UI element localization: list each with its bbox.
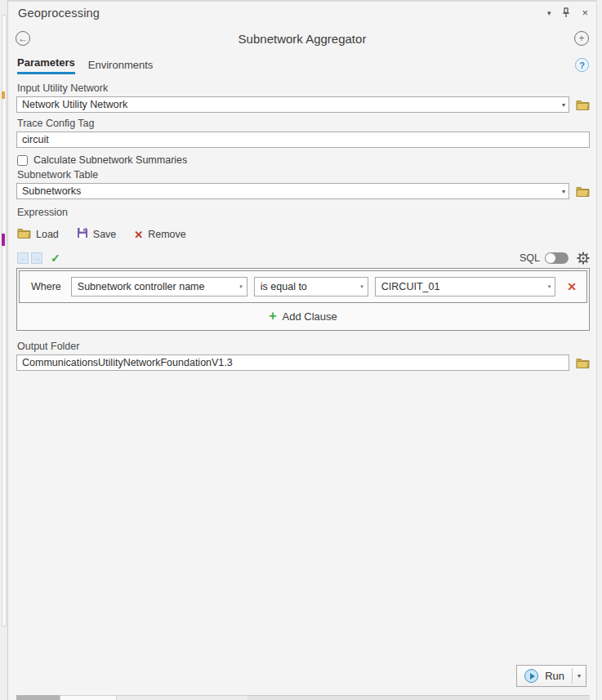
toggle-knob [546,253,555,263]
tool-header: ← Subnetwork Aggregator + [8,24,596,53]
parameters-form: Input Utility Network Network Utility Ne… [8,74,596,700]
clause-operator-dropdown[interactable]: is equal to ▾ [254,277,368,296]
chevron-down-icon[interactable]: ▾ [559,188,565,195]
adjacent-pane-border [2,15,7,626]
geoprocessing-panel: Geoprocessing ▾ × ← Subnetwork Aggregato… [8,0,596,700]
play-icon [524,669,538,683]
output-folder-browse-folder-icon[interactable] [575,356,590,369]
history-forward-button[interactable]: → [31,252,42,264]
chevron-down-icon[interactable]: ▾ [356,283,363,290]
docked-tab-strip [16,695,590,700]
sql-label: SQL [520,252,540,264]
gear-icon[interactable] [577,252,590,265]
input-utility-network-combo[interactable]: Network Utility Network ▾ [16,96,569,113]
subnetwork-table-label: Subnetwork Table [17,169,590,181]
remove-x-icon: ✕ [134,229,143,241]
subnetwork-table-combo[interactable]: Subnetworks ▾ [16,183,569,199]
chevron-down-icon[interactable]: ▾ [559,101,565,109]
run-button-row: Run ▾ [16,665,590,695]
edge-marker-magenta [2,234,5,246]
docked-tab-inactive[interactable] [117,695,247,700]
edge-marker-orange [2,91,5,99]
delete-clause-x-icon[interactable]: ✕ [564,280,580,293]
panel-titlebar: Geoprocessing ▾ × [8,2,596,24]
tab-parameters[interactable]: Parameters [17,56,75,74]
tab-bar: Parameters Environments ? [8,53,596,74]
calculate-summaries-checkbox[interactable] [17,155,28,166]
expression-toolbar: Load Save ✕ Remove [17,227,590,242]
back-circle-icon[interactable]: ← [16,31,30,46]
add-clause-button[interactable]: + Add Clause [19,303,587,328]
chevron-down-icon[interactable]: ▾ [235,283,243,290]
save-expression-button[interactable]: Save [77,227,117,242]
calculate-summaries-label[interactable]: Calculate Subnetwork Summaries [33,154,187,166]
add-circle-icon[interactable]: + [574,31,589,46]
expression-label: Expression [17,207,590,218]
remove-expression-button[interactable]: ✕ Remove [134,229,185,241]
geoprocessing-pane: Geoprocessing ▾ × ← Subnetwork Aggregato… [0,0,602,700]
tab-environments[interactable]: Environments [88,59,153,74]
close-icon[interactable]: × [582,7,588,19]
docked-tab-edge[interactable] [16,695,60,700]
clause-keyword: Where [31,281,61,292]
docked-tab-active[interactable] [60,695,117,700]
run-split-divider [572,668,573,684]
trace-config-tag-input[interactable] [16,132,590,148]
open-folder-icon [17,227,31,242]
pin-icon[interactable] [562,7,570,18]
docked-tab-fill [247,695,590,700]
pane-right-edge [596,0,602,700]
help-icon[interactable]: ? [575,58,589,72]
tool-title: Subnetwork Aggregator [30,32,574,46]
run-button[interactable]: Run ▾ [516,665,586,687]
checkmark-icon[interactable]: ✓ [51,252,60,265]
expression-builder: Where Subnetwork controller name ▾ is eq… [16,268,590,331]
load-expression-button[interactable]: Load [17,227,59,242]
input-utility-network-value: Network Utility Network [22,99,559,110]
save-floppy-icon [77,227,88,242]
sql-toggle[interactable] [545,252,569,264]
run-dropdown-caret-icon[interactable]: ▾ [577,672,581,680]
input-utility-network-label: Input Utility Network [17,82,590,94]
history-back-button[interactable]: ← [17,252,29,264]
chevron-down-icon[interactable]: ▾ [544,283,551,290]
output-folder-label: Output Folder [17,341,590,352]
where-clause-row: Where Subnetwork controller name ▾ is eq… [19,270,587,303]
clause-value-dropdown[interactable]: CIRCUIT_01 ▾ [375,277,555,296]
collapse-caret-icon[interactable]: ▾ [547,9,551,17]
plus-icon: + [269,310,276,323]
adjacent-pane-edge [0,0,8,700]
subnetwork-table-value: Subnetworks [22,185,559,197]
trace-config-tag-label: Trace Config Tag [17,118,590,129]
output-folder-input[interactable] [16,354,569,371]
panel-title: Geoprocessing [18,7,100,20]
expression-builder-header: ← → ✓ SQL [17,252,590,265]
subnetwork-table-browse-folder-icon[interactable] [575,185,590,198]
clause-field-dropdown[interactable]: Subnetwork controller name ▾ [71,277,247,296]
input-utility-network-browse-folder-icon[interactable] [575,98,590,111]
